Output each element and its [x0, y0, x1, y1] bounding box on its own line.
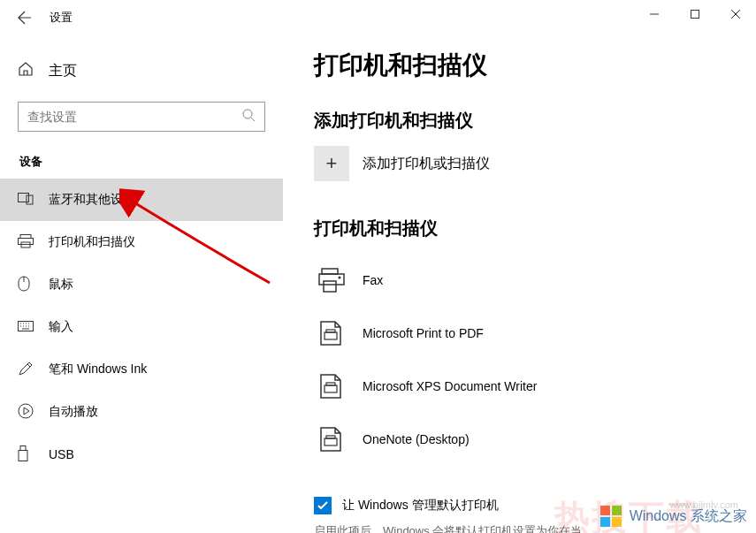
- svg-rect-26: [612, 517, 622, 527]
- svg-rect-15: [324, 281, 336, 292]
- printer-doc-icon: [314, 422, 349, 457]
- fax-icon: [314, 263, 349, 298]
- svg-rect-2: [19, 193, 29, 202]
- search-icon: [241, 108, 256, 126]
- page-title: 打印机和扫描仪: [314, 49, 725, 82]
- checkbox-label: 让 Windows 管理默认打印机: [342, 498, 499, 514]
- search-input[interactable]: [27, 110, 241, 124]
- device-fax[interactable]: Fax: [314, 254, 725, 307]
- minimize-icon: [650, 10, 659, 19]
- category-label: 设备: [18, 154, 265, 170]
- printer-icon: [18, 234, 35, 251]
- svg-rect-21: [325, 438, 337, 445]
- svg-rect-14: [319, 274, 344, 285]
- nav-item-mouse[interactable]: 鼠标: [0, 263, 283, 306]
- device-name: Microsoft XPS Document Writer: [363, 379, 537, 393]
- device-name: Microsoft Print to PDF: [363, 326, 484, 340]
- windows-logo-icon: [599, 504, 624, 529]
- device-name: OneNote (Desktop): [363, 432, 470, 446]
- nav-item-pen[interactable]: 笔和 Windows Ink: [0, 348, 283, 391]
- nav-item-usb[interactable]: USB: [0, 433, 283, 476]
- device-name: Fax: [363, 273, 383, 287]
- device-onenote[interactable]: OneNote (Desktop): [314, 413, 725, 466]
- keyboard-icon: [18, 320, 35, 334]
- watermark-text: Windows 系统之家: [630, 507, 747, 526]
- close-button[interactable]: [715, 0, 756, 28]
- window-title: 设置: [50, 10, 73, 26]
- svg-rect-12: [19, 450, 27, 461]
- nav-item-autoplay[interactable]: 自动播放: [0, 391, 283, 433]
- plus-icon: +: [314, 146, 349, 181]
- svg-point-1: [243, 110, 252, 118]
- add-section-title: 添加打印机和扫描仪: [314, 109, 725, 133]
- svg-rect-13: [322, 269, 338, 274]
- close-icon: [731, 10, 740, 19]
- svg-rect-25: [600, 517, 610, 527]
- devices-icon: [18, 193, 35, 208]
- list-section-title: 打印机和扫描仪: [314, 217, 725, 240]
- svg-rect-3: [27, 195, 33, 204]
- home-link[interactable]: 主页: [18, 53, 265, 88]
- nav-label: USB: [49, 447, 74, 461]
- autoplay-icon: [18, 403, 35, 422]
- usb-icon: [18, 445, 35, 464]
- checkbox-checked-icon: [314, 497, 332, 514]
- watermark: Windows 系统之家: [599, 504, 747, 529]
- nav-item-printers[interactable]: 打印机和扫描仪: [0, 221, 283, 263]
- svg-rect-17: [325, 332, 337, 339]
- svg-rect-4: [20, 234, 31, 238]
- home-icon: [18, 61, 35, 80]
- minimize-button[interactable]: [634, 0, 675, 28]
- nav-label: 输入: [49, 319, 73, 335]
- maximize-icon: [691, 10, 699, 19]
- add-label: 添加打印机或扫描仪: [363, 155, 490, 173]
- svg-rect-0: [691, 11, 699, 19]
- home-label: 主页: [49, 62, 77, 80]
- device-pdf[interactable]: Microsoft Print to PDF: [314, 307, 725, 360]
- printer-doc-icon: [314, 316, 349, 351]
- nav-label: 笔和 Windows Ink: [49, 362, 147, 377]
- back-button[interactable]: [7, 0, 42, 35]
- svg-rect-19: [325, 385, 337, 392]
- nav-label: 蓝牙和其他设备: [49, 192, 135, 208]
- maximize-button[interactable]: [675, 0, 715, 28]
- svg-rect-11: [20, 445, 26, 450]
- add-printer-button[interactable]: + 添加打印机或扫描仪: [314, 146, 725, 181]
- device-xps[interactable]: Microsoft XPS Document Writer: [314, 360, 725, 413]
- nav-label: 自动播放: [49, 404, 98, 420]
- pen-icon: [18, 361, 35, 379]
- svg-rect-23: [600, 506, 610, 515]
- svg-point-10: [19, 404, 33, 418]
- nav-item-typing[interactable]: 输入: [0, 306, 283, 348]
- nav-label: 打印机和扫描仪: [49, 234, 135, 250]
- svg-rect-20: [326, 383, 335, 385]
- search-input-container[interactable]: [18, 102, 265, 132]
- svg-rect-22: [326, 436, 335, 438]
- svg-rect-5: [19, 238, 34, 244]
- svg-rect-18: [326, 330, 335, 332]
- nav-label: 鼠标: [49, 277, 73, 293]
- mouse-icon: [18, 276, 35, 294]
- printer-doc-icon: [314, 369, 349, 404]
- svg-rect-24: [612, 506, 622, 515]
- nav-item-bluetooth[interactable]: 蓝牙和其他设备: [0, 179, 283, 221]
- svg-point-16: [339, 277, 341, 279]
- back-arrow-icon: [18, 11, 32, 25]
